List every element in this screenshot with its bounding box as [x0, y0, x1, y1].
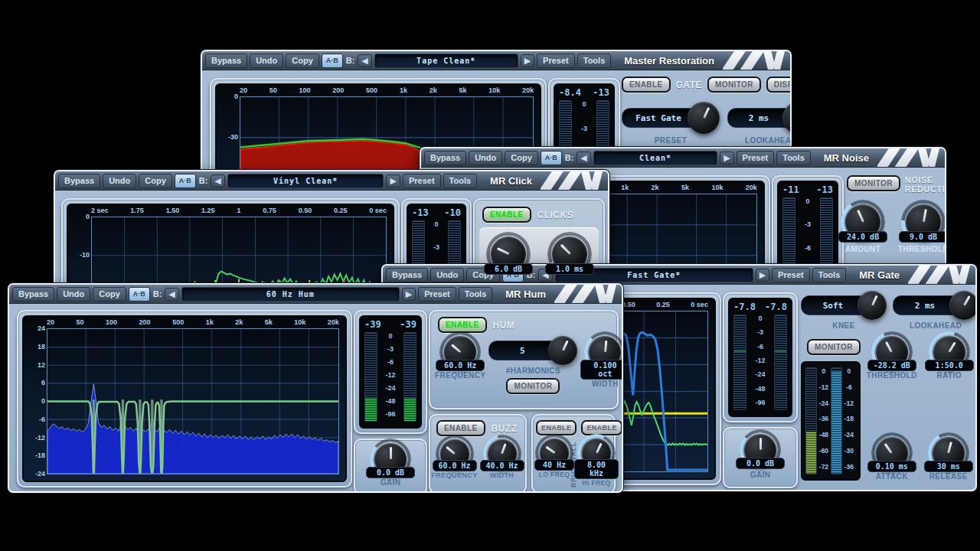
window-title: MR Noise [813, 152, 875, 164]
undo-button[interactable]: Undo [57, 287, 90, 302]
ab-compare-button[interactable]: A·B [175, 174, 196, 188]
release-value: 30 ms [924, 461, 973, 472]
ratio-value: 1:50.0 [925, 360, 974, 371]
meter-readout-right: -10 [444, 207, 461, 218]
hum-section-label: HUM [493, 320, 515, 331]
spectrum-panel: 20501002005001k2k5k10k20k 24181260-6-12-… [17, 310, 352, 487]
window-title: MR Gate [848, 269, 906, 281]
attack-value: 0.10 ms [867, 461, 916, 472]
ab-compare-button[interactable]: A·B [541, 151, 562, 165]
titlebar: Bypass Undo Copy A·B B: ◀ Fast Gate* ▶ P… [383, 266, 975, 285]
harmonics-label: #HARMONICS [506, 367, 560, 375]
meter-readout-right: -13 [816, 184, 833, 195]
clicks-enable-button[interactable]: ENABLE [482, 207, 531, 223]
preset-menu-button[interactable]: Preset [537, 54, 575, 68]
preset-name-display[interactable]: Tape Clean* [374, 54, 518, 68]
tools-menu-button[interactable]: Tools [459, 287, 493, 302]
gate-preset-knob[interactable] [688, 102, 720, 134]
meter-readout-left: -39 [364, 319, 381, 330]
bypass-button[interactable]: Bypass [58, 174, 100, 188]
noise-monitor-button[interactable]: MONITOR [847, 175, 900, 191]
lookahead-knob[interactable] [949, 291, 977, 320]
buzz-frequency-value: 60.0 Hz [433, 460, 477, 471]
meter-bar-right [403, 332, 416, 422]
next-preset-button[interactable]: ▶ [521, 54, 534, 67]
b-label: B: [345, 56, 356, 65]
gr-meters: 0-12-24-36-48-60-72 0-6-12-18-24-30-36 [801, 361, 861, 481]
tools-menu-button[interactable]: Tools [577, 54, 612, 68]
undo-button[interactable]: Undo [250, 54, 283, 68]
preset-menu-button[interactable]: Preset [418, 287, 456, 302]
threshold-value: 9.0 dB [899, 231, 946, 243]
harmonics-knob[interactable] [548, 336, 577, 365]
next-preset-button[interactable]: ▶ [720, 152, 733, 165]
threshold-label: THRESHOLD [898, 245, 946, 253]
hum-chart [47, 329, 338, 474]
knee-knob[interactable] [858, 291, 887, 320]
meter-bar-left [364, 332, 377, 422]
window-title: Master Restoration [613, 55, 720, 67]
hum-enable-button[interactable]: ENABLE [438, 317, 487, 333]
meter-readout-left: -8.4 [559, 87, 581, 98]
clicks-section-label: CLICKS [537, 210, 574, 220]
tools-menu-button[interactable]: Tools [443, 174, 478, 188]
prev-preset-button[interactable]: ◀ [211, 174, 224, 187]
undo-button[interactable]: Undo [430, 268, 464, 282]
preset-menu-button[interactable]: Preset [403, 174, 441, 188]
preset-name-display[interactable]: Vinyl Clean* [227, 174, 384, 188]
bypass-button[interactable]: Bypass [424, 151, 466, 165]
preset-menu-button[interactable]: Preset [737, 151, 775, 165]
ab-compare-button[interactable]: A·B [322, 54, 343, 68]
clicks-threshold-value: 6.0 dB [484, 263, 533, 275]
brickwall-lo-enable-button[interactable]: ENABLE [536, 420, 577, 435]
prev-preset-button[interactable]: ◀ [577, 152, 590, 165]
ab-compare-button[interactable]: A·B [129, 287, 150, 302]
meter-readout-left: -11 [782, 184, 799, 195]
waves-logo [908, 266, 972, 284]
copy-button[interactable]: Copy [139, 174, 172, 188]
waves-logo [554, 285, 619, 303]
next-preset-button[interactable]: ▶ [756, 269, 769, 282]
gain-value: 0.0 dB [736, 458, 785, 469]
next-preset-button[interactable]: ▶ [402, 288, 416, 301]
preset-name-display[interactable]: Clean* [593, 151, 717, 165]
preset-name-display[interactable]: 60 Hz Hum [181, 287, 400, 302]
window-title: MR Hum [495, 289, 552, 300]
buzz-width-value: 40.0 Hz [480, 460, 524, 471]
gate-monitor-button[interactable]: MONITOR [707, 77, 761, 93]
titlebar: Bypass Undo Copy A·B B: ◀ 60 Hz Hum ▶ Pr… [9, 285, 622, 304]
lookahead-knob[interactable] [782, 102, 792, 134]
tools-menu-button[interactable]: Tools [812, 268, 847, 282]
gr-meter-scale: 0-12-24-36-48-60-72 [817, 367, 831, 474]
b-label: B: [198, 176, 209, 185]
prev-preset-button[interactable]: ◀ [165, 288, 178, 301]
undo-button[interactable]: Undo [103, 174, 136, 188]
meter-scale: 0-3-6-12-24-48-96 [746, 315, 774, 410]
buzz-panel: ENABLE BUZZ 60.0 Hz FREQUENCY 40.0 Hz WI… [429, 414, 527, 493]
out-meter-scale: 0-6-12-18-24-30-36 [842, 367, 856, 474]
prev-preset-button[interactable]: ◀ [358, 54, 371, 67]
brickwall-hi-enable-button[interactable]: ENABLE [581, 420, 622, 435]
gate-display-button[interactable]: DISPLAY [766, 77, 792, 93]
undo-button[interactable]: Undo [469, 151, 502, 165]
bypass-button[interactable]: Bypass [386, 268, 428, 282]
bypass-button[interactable]: Bypass [205, 54, 247, 68]
window-title: MR Click [479, 175, 538, 187]
hum-monitor-button[interactable]: MONITOR [506, 378, 560, 394]
amount-label: AMOUNT [845, 245, 880, 253]
copy-button[interactable]: Copy [93, 287, 126, 302]
gate-enable-button[interactable]: ENABLE [622, 77, 671, 93]
hum-width-value: 0.100 oct [580, 360, 623, 380]
copy-button[interactable]: Copy [286, 54, 319, 68]
preset-menu-button[interactable]: Preset [772, 268, 810, 282]
bypass-button[interactable]: Bypass [12, 287, 54, 302]
next-preset-button[interactable]: ▶ [386, 174, 400, 187]
b-label: B: [564, 153, 575, 162]
copy-button[interactable]: Copy [505, 151, 538, 165]
hum-frequency-value: 60.0 Hz [436, 360, 485, 371]
tools-menu-button[interactable]: Tools [776, 151, 811, 165]
buzz-enable-button[interactable]: ENABLE [436, 420, 485, 436]
amount-value: 24.0 dB [838, 231, 887, 243]
titlebar: Bypass Undo Copy A·B B: ◀ Vinyl Clean* ▶… [55, 171, 608, 191]
gate-monitor-button[interactable]: MONITOR [807, 339, 861, 355]
